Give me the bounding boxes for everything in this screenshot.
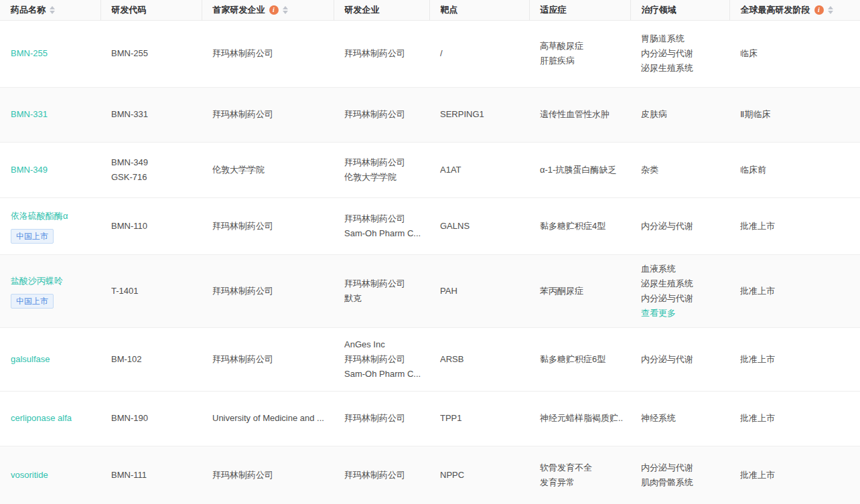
column-header-first-developer[interactable]: 首家研发企业i — [202, 0, 334, 20]
table-row: cerliponase alfaBMN-190University of Med… — [0, 391, 860, 446]
sort-icon[interactable] — [50, 6, 55, 14]
global-highest-phase-line: Ⅱ期临床 — [740, 107, 853, 122]
first-developer-line: University of Medicine and ... — [212, 411, 327, 426]
china-listed-badge: 中国上市 — [11, 294, 54, 309]
developer-line: 拜玛林制药公司 — [344, 352, 423, 367]
target: A1AT — [429, 142, 529, 197]
developer-line: Sam-Oh Pharm C... — [344, 367, 423, 382]
developer-line: 拜玛林制药公司 — [344, 276, 423, 291]
drug-name-link[interactable]: 依洛硫酸酯酶α — [11, 209, 68, 224]
global-highest-phase: Ⅱ期临床 — [729, 87, 860, 142]
indication-line: 神经元蜡样脂褐质贮... — [540, 411, 624, 426]
rd-code-line: BMN-110 — [111, 219, 195, 234]
target-line: NPPC — [440, 468, 522, 483]
sort-icon[interactable] — [283, 6, 288, 14]
indication: 黏多糖贮积症6型 — [529, 327, 630, 391]
drug-name-link[interactable]: vosoritide — [11, 468, 48, 483]
table-row: BMN-349BMN-349GSK-716伦敦大学学院拜玛林制药公司伦敦大学学院… — [0, 142, 860, 197]
therapy-area-line: 内分泌与代谢 — [641, 46, 723, 61]
info-icon[interactable]: i — [269, 5, 279, 15]
drug-name-link[interactable]: cerliponase alfa — [11, 411, 72, 426]
developer-line: Sam-Oh Pharm C... — [344, 226, 423, 241]
caret-down-icon — [50, 11, 55, 14]
column-header-rd-code: 研发代码 — [100, 0, 202, 20]
developer-line: 默克 — [344, 291, 423, 306]
first-developer-line: 拜玛林制药公司 — [212, 284, 327, 299]
column-header-therapy-area: 治疗领域 — [630, 0, 729, 20]
info-icon[interactable]: i — [814, 5, 824, 15]
indication-line: 软骨发育不全 — [540, 460, 624, 475]
drug-name-link[interactable]: 盐酸沙丙蝶呤 — [11, 274, 63, 288]
target-line: SERPING1 — [440, 107, 522, 122]
therapy-area-line: 内分泌与代谢 — [641, 219, 723, 234]
indication: 软骨发育不全发育异常 — [529, 446, 630, 504]
table-header: 药品名称研发代码首家研发企业i研发企业靶点适应症治疗领域全球最高研发阶段i — [0, 0, 860, 20]
therapy-area-line: 泌尿生殖系统 — [641, 61, 723, 76]
developer: 拜玛林制药公司 — [334, 87, 429, 142]
global-highest-phase: 临床前 — [729, 142, 860, 197]
global-highest-phase: 临床 — [729, 20, 860, 87]
first-developer: 拜玛林制药公司 — [202, 254, 334, 327]
target: GALNS — [429, 197, 529, 254]
drug-name-cell: BMN-331 — [0, 87, 100, 142]
developer-line: 伦敦大学学院 — [344, 170, 423, 185]
sort-icon[interactable] — [828, 6, 833, 14]
table-row: BMN-331BMN-331拜玛林制药公司拜玛林制药公司SERPING1遗传性血… — [0, 87, 860, 142]
drug-name-link[interactable]: BMN-349 — [11, 163, 48, 177]
first-developer: 拜玛林制药公司 — [202, 446, 334, 504]
drug-name-link[interactable]: galsulfase — [11, 352, 50, 367]
column-label: 药品名称 — [11, 4, 46, 16]
caret-up-icon — [283, 6, 288, 9]
indication-line: 发育异常 — [540, 475, 624, 490]
developer-line: 拜玛林制药公司 — [344, 468, 423, 483]
column-header-indication: 适应症 — [529, 0, 630, 20]
column-label: 全球最高研发阶段 — [741, 4, 810, 16]
rd-code: BMN-111 — [100, 446, 202, 504]
global-highest-phase-line: 临床前 — [740, 163, 853, 177]
drug-name-cell: 依洛硫酸酯酶α中国上市 — [0, 197, 100, 254]
column-label: 治疗领域 — [642, 4, 676, 16]
rd-code: BMN-255 — [100, 20, 202, 87]
therapy-area-line: 神经系统 — [641, 411, 723, 426]
indication: 黏多糖贮积症4型 — [529, 197, 630, 254]
view-more-link[interactable]: 查看更多 — [641, 306, 723, 321]
caret-down-icon — [283, 11, 288, 14]
column-header-drug-name[interactable]: 药品名称 — [0, 0, 100, 20]
therapy-area: 皮肤病 — [630, 87, 729, 142]
column-header-target: 靶点 — [429, 0, 529, 20]
first-developer-line: 拜玛林制药公司 — [212, 107, 327, 122]
therapy-area-line: 内分泌与代谢 — [641, 291, 723, 306]
column-label: 首家研发企业 — [213, 4, 265, 16]
table-row: 盐酸沙丙蝶呤中国上市T-1401拜玛林制药公司拜玛林制药公司默克PAH苯丙酮尿症… — [0, 254, 860, 327]
table-row: vosoritideBMN-111拜玛林制药公司拜玛林制药公司NPPC软骨发育不… — [0, 446, 860, 504]
indication-line: 高草酸尿症 — [540, 39, 624, 54]
target: SERPING1 — [429, 87, 529, 142]
first-developer: University of Medicine and ... — [202, 391, 334, 446]
target: ARSB — [429, 327, 529, 391]
global-highest-phase-line: 批准上市 — [740, 219, 853, 234]
therapy-area-line: 杂类 — [641, 163, 723, 177]
column-label: 研发代码 — [112, 4, 147, 16]
global-highest-phase-line: 批准上市 — [740, 284, 853, 299]
therapy-area-line: 胃肠道系统 — [641, 31, 723, 46]
indication: 苯丙酮尿症 — [529, 254, 630, 327]
drug-name-cell: cerliponase alfa — [0, 391, 100, 446]
drug-name-cell: 盐酸沙丙蝶呤中国上市 — [0, 254, 100, 327]
indication-line: 遗传性血管性水肿 — [540, 107, 624, 122]
indication-line: 黏多糖贮积症4型 — [540, 219, 624, 234]
drug-name-link[interactable]: BMN-331 — [11, 107, 48, 122]
column-header-developer: 研发企业 — [334, 0, 429, 20]
first-developer: 伦敦大学学院 — [202, 142, 334, 197]
target-line: GALNS — [440, 219, 522, 234]
developer-line: AnGes Inc — [344, 337, 423, 352]
first-developer: 拜玛林制药公司 — [202, 87, 334, 142]
therapy-area: 杂类 — [630, 142, 729, 197]
therapy-area: 血液系统泌尿生殖系统内分泌与代谢查看更多 — [630, 254, 729, 327]
drug-name-link[interactable]: BMN-255 — [11, 46, 48, 61]
column-header-global-highest-phase[interactable]: 全球最高研发阶段i — [729, 0, 860, 20]
global-highest-phase-line: 临床 — [740, 46, 853, 61]
first-developer-line: 伦敦大学学院 — [212, 163, 327, 177]
developer: 拜玛林制药公司 — [334, 446, 429, 504]
rd-code-line: BMN-331 — [111, 107, 195, 122]
global-highest-phase: 批准上市 — [729, 391, 860, 446]
